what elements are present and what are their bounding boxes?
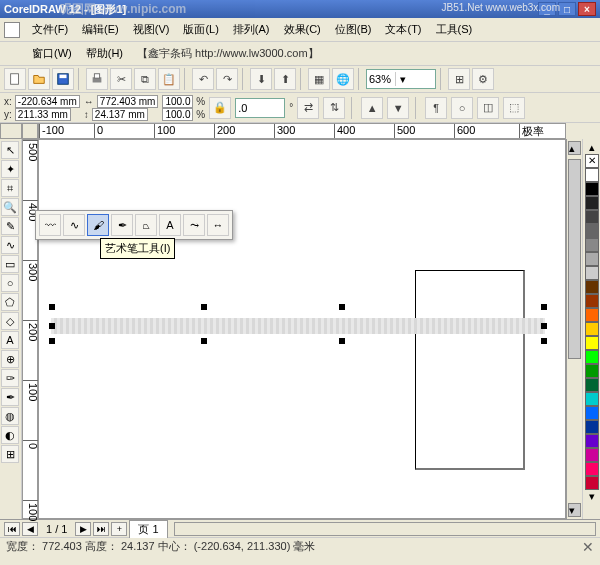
save-button[interactable] [52, 68, 74, 90]
eyedropper-tool[interactable]: ✑ [1, 369, 19, 387]
cut-button[interactable]: ✂ [110, 68, 132, 90]
selection-handle[interactable] [541, 323, 547, 329]
freehand-subtool[interactable]: 〰 [39, 214, 61, 236]
options-button[interactable]: ⚙ [472, 68, 494, 90]
color-swatch[interactable] [585, 434, 599, 448]
menu-text[interactable]: 文本(T) [379, 20, 427, 39]
selection-handle[interactable] [49, 338, 55, 344]
color-swatch[interactable] [585, 350, 599, 364]
connector-subtool[interactable]: ⤳ [183, 214, 205, 236]
scroll-thumb[interactable] [568, 159, 581, 359]
scroll-down-button[interactable]: ▾ [568, 503, 581, 517]
outline-tool[interactable]: ✒ [1, 388, 19, 406]
selection-handle[interactable] [201, 338, 207, 344]
menu-window[interactable]: 窗口(W) [26, 44, 78, 63]
scale-x[interactable]: 100.0 [162, 95, 193, 108]
color-swatch[interactable] [585, 224, 599, 238]
color-swatch[interactable] [585, 462, 599, 476]
bezier-subtool[interactable]: ∿ [63, 214, 85, 236]
3point-curve-subtool[interactable]: A [159, 214, 181, 236]
rotation-input[interactable]: .0 [235, 98, 285, 118]
no-fill-icon[interactable]: ✕ [582, 539, 594, 555]
interactive-fill-tool[interactable]: ◐ [1, 426, 19, 444]
menu-view[interactable]: 视图(V) [127, 20, 176, 39]
freehand-tool[interactable]: ✎ [1, 217, 19, 235]
color-swatch[interactable] [585, 294, 599, 308]
color-swatch[interactable] [585, 210, 599, 224]
convert-curves-button[interactable]: ○ [451, 97, 473, 119]
smart-draw-tool[interactable]: ∿ [1, 236, 19, 254]
color-swatch[interactable] [585, 168, 599, 182]
selection-handle[interactable] [201, 304, 207, 310]
canvas[interactable] [38, 139, 566, 519]
polyline-subtool[interactable]: ⏢ [135, 214, 157, 236]
text-tool[interactable]: A [1, 331, 19, 349]
prev-page-button[interactable]: ◀ [22, 522, 38, 536]
scrollbar-vertical[interactable]: ▴ ▾ [566, 139, 582, 519]
app-launcher-button[interactable]: ▦ [308, 68, 330, 90]
palette-scroll-up[interactable]: ▴ [583, 141, 600, 154]
snap-button[interactable]: ⊞ [448, 68, 470, 90]
palette-scroll-down[interactable]: ▾ [583, 490, 600, 503]
color-swatch[interactable] [585, 378, 599, 392]
next-page-button[interactable]: ▶ [75, 522, 91, 536]
color-swatch[interactable] [585, 364, 599, 378]
menu-bitmaps[interactable]: 位图(B) [329, 20, 378, 39]
rectangle-tool[interactable]: ▭ [1, 255, 19, 273]
ruler-origin[interactable] [0, 123, 22, 139]
ruler-vertical[interactable]: 500 400 300 200 100 0 100 [22, 139, 38, 519]
selection-handle[interactable] [541, 338, 547, 344]
pos-y[interactable]: 211.33 mm [15, 108, 71, 121]
paste-button[interactable]: 📋 [158, 68, 180, 90]
menu-effects[interactable]: 效果(C) [278, 20, 327, 39]
no-color-swatch[interactable]: ✕ [585, 154, 599, 168]
add-page-button[interactable]: + [111, 522, 127, 536]
last-page-button[interactable]: ⏭ [93, 522, 109, 536]
to-back-button[interactable]: ▼ [387, 97, 409, 119]
shape-tool[interactable]: ✦ [1, 160, 19, 178]
color-swatch[interactable] [585, 448, 599, 462]
menu-file[interactable]: 文件(F) [26, 20, 74, 39]
artistic-media-subtool[interactable]: 🖌 [87, 214, 109, 236]
to-front-button[interactable]: ▲ [361, 97, 383, 119]
selected-object[interactable] [51, 318, 545, 334]
scrollbar-horizontal[interactable] [174, 522, 596, 536]
page-tab[interactable]: 页 1 [129, 520, 167, 538]
color-swatch[interactable] [585, 252, 599, 266]
selection-handle[interactable] [541, 304, 547, 310]
dimension-subtool[interactable]: ↔ [207, 214, 229, 236]
menu-extra[interactable]: 【鑫宇条码 http://www.lw3000.com】 [131, 44, 325, 63]
export-button[interactable]: ⬆ [274, 68, 296, 90]
color-swatch[interactable] [585, 266, 599, 280]
scroll-up-button[interactable]: ▴ [568, 141, 581, 155]
color-swatch[interactable] [585, 308, 599, 322]
ruler-horizontal[interactable]: -100 0 100 200 300 400 500 600 极率 [38, 123, 566, 139]
mirror-h-button[interactable]: ⇄ [297, 97, 319, 119]
selection-handle[interactable] [339, 338, 345, 344]
zoom-combo[interactable]: 63% ▾ [366, 69, 436, 89]
redo-button[interactable]: ↷ [216, 68, 238, 90]
selection-handle[interactable] [49, 323, 55, 329]
pos-x[interactable]: -220.634 mm [15, 95, 80, 108]
mesh-tool[interactable]: ⊞ [1, 445, 19, 463]
scale-y[interactable]: 100.0 [162, 108, 193, 121]
close-button[interactable]: × [578, 2, 596, 16]
corel-online-button[interactable]: 🌐 [332, 68, 354, 90]
color-swatch[interactable] [585, 182, 599, 196]
selection-handle[interactable] [49, 304, 55, 310]
first-page-button[interactable]: ⏮ [4, 522, 20, 536]
wrap-text-button[interactable]: ¶ [425, 97, 447, 119]
color-swatch[interactable] [585, 392, 599, 406]
zoom-tool[interactable]: 🔍 [1, 198, 19, 216]
color-swatch[interactable] [585, 476, 599, 490]
color-swatch[interactable] [585, 196, 599, 210]
selection-handle[interactable] [339, 304, 345, 310]
menu-layout[interactable]: 版面(L) [177, 20, 224, 39]
pick-tool[interactable]: ↖ [1, 141, 19, 159]
ungroup-button[interactable]: ◫ [477, 97, 499, 119]
menu-edit[interactable]: 编辑(E) [76, 20, 125, 39]
size-w[interactable]: 772.403 mm [97, 95, 159, 108]
basic-shapes-tool[interactable]: ◇ [1, 312, 19, 330]
color-swatch[interactable] [585, 336, 599, 350]
color-swatch[interactable] [585, 406, 599, 420]
